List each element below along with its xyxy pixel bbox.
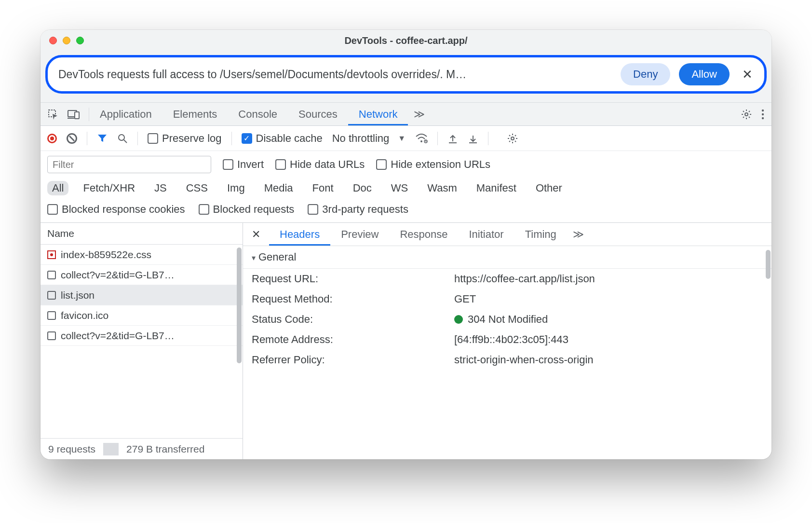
throttling-select[interactable]: No throttling ▼ [332,132,406,145]
third-party-checkbox[interactable]: 3rd-party requests [308,203,408,216]
close-icon[interactable]: ✕ [738,67,756,82]
close-detail-icon[interactable]: ✕ [247,228,269,241]
type-wasm[interactable]: Wasm [422,181,462,195]
throttling-value: No throttling [332,132,390,145]
traffic-lights [49,30,84,51]
separator [488,132,488,145]
kv-status-code: Status Code: 304 Not Modified [243,309,771,330]
separator [103,443,119,455]
blocked-cookies-checkbox[interactable]: Blocked response cookies [47,203,185,216]
deny-button[interactable]: Deny [621,63,670,85]
svg-rect-2 [75,112,79,119]
separator [231,132,232,145]
checkbox-icon [47,291,56,300]
settings-gear-icon[interactable] [741,109,752,120]
hide-data-urls-checkbox[interactable]: Hide data URLs [275,158,365,171]
close-window-icon[interactable] [49,37,57,44]
hide-data-urls-label: Hide data URLs [290,158,365,171]
permission-infobar: DevTools requests full access to /Users/… [45,55,767,94]
svg-point-16 [50,253,53,256]
scrollbar[interactable] [237,248,242,435]
zoom-window-icon[interactable] [76,37,84,44]
request-name: collect?v=2&tid=G-LB7… [61,269,175,281]
extra-filter-bar: Blocked response cookies Blocked request… [41,200,771,223]
tab-timing[interactable]: Timing [514,223,567,246]
value: [64:ff9b::4b02:3c05]:443 [454,333,763,346]
svg-point-8 [119,135,124,140]
tab-network[interactable]: Network [348,103,408,125]
separator [87,132,87,145]
value: https://coffee-cart.app/list.json [454,273,763,285]
more-menu-icon[interactable] [761,109,765,120]
type-js[interactable]: JS [149,181,172,195]
hide-extension-urls-checkbox[interactable]: Hide extension URLs [376,158,490,171]
kv-referrer-policy: Referrer Policy: strict-origin-when-cros… [243,350,771,370]
type-css[interactable]: CSS [181,181,213,195]
tab-application[interactable]: Application [89,103,162,125]
network-conditions-icon[interactable] [415,133,428,144]
titlebar: DevTools - coffee-cart.app/ [41,30,771,51]
detail-tabstrip: ✕ Headers Preview Response Initiator Tim… [243,223,771,246]
hide-extension-urls-label: Hide extension URLs [391,158,490,171]
upload-har-icon[interactable] [447,133,458,144]
minimize-window-icon[interactable] [63,37,70,44]
type-font[interactable]: Font [308,181,338,195]
request-row[interactable]: index-b859522e.css [41,245,243,265]
allow-button[interactable]: Allow [679,63,730,85]
inspect-element-icon[interactable] [47,109,59,120]
type-manifest[interactable]: Manifest [472,181,521,195]
checkbox-checked-icon: ✓ [242,133,252,144]
separator [437,132,438,145]
tab-response[interactable]: Response [389,223,458,246]
tab-headers[interactable]: Headers [269,223,330,246]
window-title: DevTools - coffee-cart.app/ [41,35,771,46]
blocked-cookies-label: Blocked response cookies [62,203,185,216]
download-har-icon[interactable] [468,133,478,144]
invert-checkbox[interactable]: Invert [223,158,264,171]
key: Request URL: [252,273,454,285]
general-section-header[interactable]: General [243,246,771,269]
blocked-requests-checkbox[interactable]: Blocked requests [199,203,295,216]
tab-sources[interactable]: Sources [288,103,348,125]
more-tabs-icon[interactable]: ≫ [408,108,431,121]
svg-point-5 [762,109,764,111]
status-bar: 9 requests 279 B transferred [41,438,243,459]
type-ws[interactable]: WS [386,181,413,195]
disable-cache-checkbox[interactable]: ✓ Disable cache [242,132,323,145]
record-button-icon[interactable] [47,134,57,143]
request-row[interactable]: list.json [41,285,243,305]
type-fetch-xhr[interactable]: Fetch/XHR [78,181,140,195]
tab-console[interactable]: Console [228,103,288,125]
type-filter-bar: All Fetch/XHR JS CSS Img Media Font Doc … [41,178,771,200]
type-media[interactable]: Media [259,181,298,195]
request-list-pane: Name index-b859522e.css collect?v=2&tid=… [41,223,243,459]
type-other[interactable]: Other [531,181,567,195]
request-row[interactable]: collect?v=2&tid=G-LB7… [41,326,243,346]
svg-point-10 [420,140,422,142]
network-settings-gear-icon[interactable] [507,133,518,144]
devtools-window: DevTools - coffee-cart.app/ DevTools req… [41,30,771,459]
request-row[interactable]: collect?v=2&tid=G-LB7… [41,265,243,285]
request-name: index-b859522e.css [61,249,151,261]
checkbox-unchecked-icon [148,133,158,144]
request-row[interactable]: favicon.ico [41,305,243,326]
tab-elements[interactable]: Elements [162,103,228,125]
type-doc[interactable]: Doc [348,181,377,195]
filter-icon[interactable] [97,133,108,144]
more-detail-tabs-icon[interactable]: ≫ [567,228,590,241]
kv-request-method: Request Method: GET [243,289,771,309]
tab-preview[interactable]: Preview [330,223,389,246]
status-dot-icon [454,315,463,324]
name-column-header[interactable]: Name [41,223,243,245]
svg-point-6 [762,113,764,115]
clear-icon[interactable] [67,133,77,144]
tab-initiator[interactable]: Initiator [458,223,514,246]
device-toolbar-icon[interactable] [68,109,80,120]
svg-point-4 [745,113,748,116]
type-img[interactable]: Img [222,181,250,195]
search-icon[interactable] [117,133,128,144]
scrollbar[interactable] [766,250,771,456]
type-all[interactable]: All [47,181,68,195]
preserve-log-checkbox[interactable]: Preserve log [148,132,222,145]
filter-input[interactable] [47,156,211,173]
